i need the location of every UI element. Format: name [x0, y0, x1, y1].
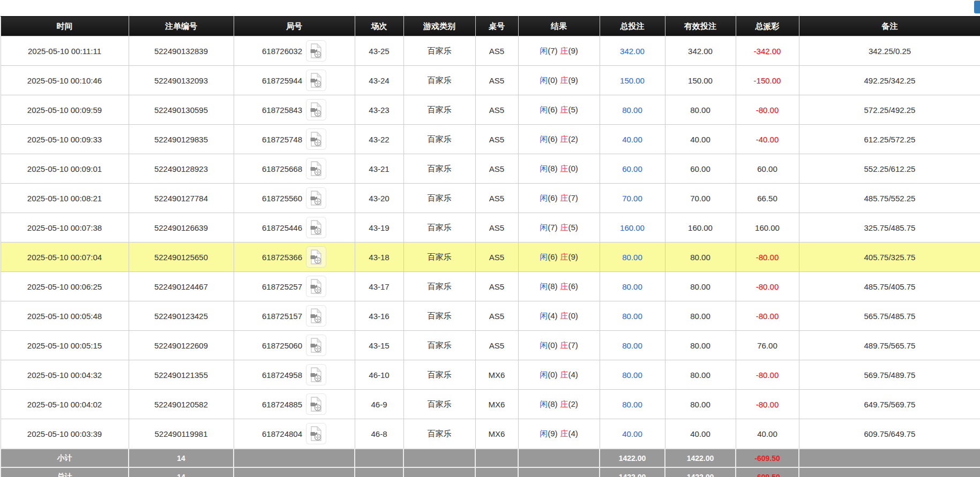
cell-game-type: 百家乐	[403, 243, 475, 272]
table-row: 2025-05-10 00:04:02 522490120582 6187248…	[1, 390, 980, 419]
cell-total-bet[interactable]: 80.00	[600, 243, 665, 272]
video-playback-button[interactable]	[306, 217, 326, 238]
result-banker-score: (9)	[568, 46, 578, 55]
video-playback-button[interactable]	[306, 423, 326, 444]
cell-total-payout: 66.50	[736, 184, 799, 213]
cell-total-bet[interactable]: 80.00	[600, 390, 665, 419]
video-playback-button[interactable]	[306, 305, 326, 327]
video-playback-button[interactable]	[306, 276, 326, 297]
cell-bet-id: 522490126639	[129, 213, 234, 243]
cell-game-type: 百家乐	[403, 36, 475, 66]
table-body: 2025-05-10 00:11:11 522490132839 6187260…	[1, 36, 980, 449]
result-player-label: 闲	[540, 399, 548, 408]
cell-total-bet[interactable]: 70.00	[600, 184, 665, 213]
result-player-label: 闲	[540, 282, 548, 291]
result-player-score: (8)	[548, 399, 557, 408]
bet-records-table: 时间注单编号局号场次游戏类别桌号结果总投注有效投注总派彩备注 2025-05-1…	[0, 16, 980, 477]
result-banker-score: (5)	[568, 223, 578, 232]
round-number: 618725366	[262, 253, 302, 262]
table-row: 2025-05-10 00:03:39 522490119981 6187248…	[1, 419, 980, 449]
cell-total-bet[interactable]: 150.00	[600, 66, 665, 95]
cell-round: 618725366	[234, 243, 355, 272]
cell-remark: 325.75/485.75	[799, 213, 980, 243]
result-player-label: 闲	[540, 164, 548, 173]
cell-round: 618725257	[234, 272, 355, 301]
summary-empty-session	[355, 449, 403, 467]
summary-empty-round	[234, 467, 355, 477]
summary-empty-table-no	[475, 449, 518, 467]
cell-valid-bet: 80.00	[665, 360, 736, 390]
cell-total-payout: 76.00	[736, 331, 799, 360]
cell-session: 43-24	[355, 66, 403, 95]
cell-total-bet[interactable]: 40.00	[600, 125, 665, 154]
cell-total-bet[interactable]: 80.00	[600, 272, 665, 301]
cell-total-bet[interactable]: 80.00	[600, 95, 665, 125]
cell-total-bet[interactable]: 60.00	[600, 154, 665, 184]
round-number: 618725446	[262, 223, 302, 232]
cell-round: 618724885	[234, 390, 355, 419]
cell-total-bet[interactable]: 80.00	[600, 301, 665, 331]
video-playback-button[interactable]	[306, 393, 326, 415]
summary-empty-game-type	[403, 449, 475, 467]
column-header-valid-bet: 有效投注	[665, 17, 736, 36]
video-playback-button[interactable]	[306, 335, 326, 356]
video-playback-button[interactable]	[306, 99, 326, 120]
cell-remark: 485.75/405.75	[799, 272, 980, 301]
video-playback-button[interactable]	[306, 187, 326, 209]
video-playback-button[interactable]	[306, 40, 326, 62]
cell-session: 46-8	[355, 419, 403, 449]
cell-game-type: 百家乐	[403, 390, 475, 419]
cell-table-no: AS5	[475, 272, 518, 301]
cell-table-no: MX6	[475, 390, 518, 419]
result-banker-score: (6)	[568, 282, 578, 291]
video-playback-button[interactable]	[306, 364, 326, 385]
table-footer: 小计 14 1422.00 1422.00 -609.50 总计 14 1422…	[1, 449, 980, 477]
cell-game-type: 百家乐	[403, 184, 475, 213]
cell-total-bet[interactable]: 40.00	[600, 419, 665, 449]
cell-time: 2025-05-10 00:03:39	[1, 419, 129, 449]
result-player-label: 闲	[540, 134, 548, 143]
cell-total-bet[interactable]: 80.00	[600, 360, 665, 390]
cell-bet-id: 522490120582	[129, 390, 234, 419]
cell-table-no: AS5	[475, 125, 518, 154]
top-right-button[interactable]	[974, 1, 980, 13]
cell-time: 2025-05-10 00:11:11	[1, 36, 129, 66]
round-number: 618725560	[262, 194, 302, 203]
video-playback-button[interactable]	[306, 128, 326, 150]
cell-time: 2025-05-10 00:05:15	[1, 331, 129, 360]
cell-session: 43-21	[355, 154, 403, 184]
cell-result: 闲(8)庄(2)	[518, 390, 600, 419]
result-player-score: (8)	[548, 164, 557, 173]
cell-total-bet[interactable]: 342.00	[600, 36, 665, 66]
column-header-result: 结果	[518, 17, 600, 36]
cell-valid-bet: 160.00	[665, 213, 736, 243]
summary-empty-table-no	[475, 467, 518, 477]
result-player-label: 闲	[540, 370, 548, 379]
summary-total-bet: 1422.00	[600, 449, 665, 467]
column-header-round: 局号	[234, 17, 355, 36]
table-row: 2025-05-10 00:10:46 522490132093 6187259…	[1, 66, 980, 95]
result-player-label: 闲	[540, 340, 548, 350]
round-number: 618725944	[262, 76, 302, 85]
cell-game-type: 百家乐	[403, 125, 475, 154]
result-player-score: (6)	[548, 105, 557, 114]
summary-empty-game-type	[403, 467, 475, 477]
column-header-session: 场次	[355, 17, 403, 36]
cell-total-bet[interactable]: 80.00	[600, 331, 665, 360]
round-number: 618725257	[262, 282, 302, 291]
cell-session: 43-16	[355, 301, 403, 331]
cell-session: 43-25	[355, 36, 403, 66]
video-playback-button[interactable]	[306, 158, 326, 179]
cell-table-no: AS5	[475, 184, 518, 213]
cell-total-payout: -80.00	[736, 272, 799, 301]
cell-time: 2025-05-10 00:05:48	[1, 301, 129, 331]
result-player-label: 闲	[540, 193, 548, 202]
cell-table-no: AS5	[475, 331, 518, 360]
cell-remark: 485.75/552.25	[799, 184, 980, 213]
video-playback-button[interactable]	[306, 70, 326, 91]
cell-valid-bet: 342.00	[665, 36, 736, 66]
cell-result: 闲(0)庄(4)	[518, 360, 600, 390]
result-player-score: (0)	[548, 75, 557, 85]
video-playback-button[interactable]	[306, 246, 326, 268]
cell-total-bet[interactable]: 160.00	[600, 213, 665, 243]
